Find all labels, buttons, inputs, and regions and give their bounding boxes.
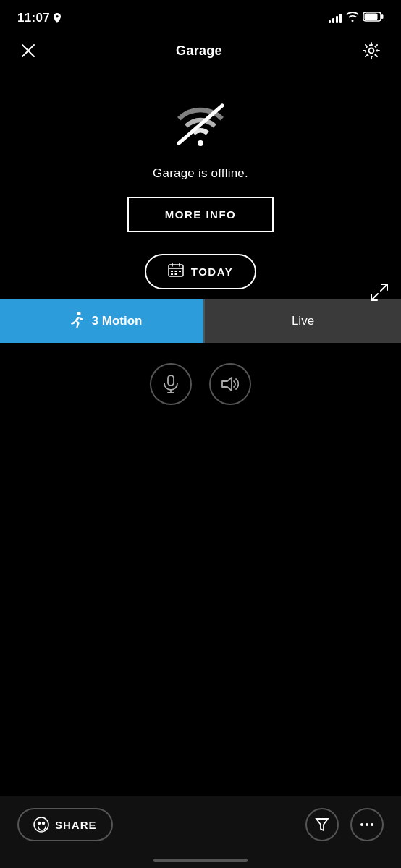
status-time: 11:07 bbox=[17, 11, 62, 25]
svg-line-7 bbox=[381, 284, 387, 291]
share-label: SHARE bbox=[55, 819, 97, 831]
calendar-icon bbox=[168, 263, 184, 281]
filter-icon bbox=[315, 817, 329, 832]
svg-line-8 bbox=[371, 294, 378, 300]
svg-rect-13 bbox=[171, 271, 173, 272]
svg-point-28 bbox=[366, 823, 368, 826]
bottom-right-icons bbox=[305, 808, 384, 841]
svg-point-23 bbox=[34, 817, 48, 832]
battery-icon bbox=[363, 12, 384, 25]
svg-rect-16 bbox=[171, 273, 173, 275]
wifi-icon bbox=[346, 12, 359, 25]
svg-marker-26 bbox=[316, 819, 328, 830]
bottom-bar: SHARE bbox=[0, 796, 401, 868]
home-indicator bbox=[153, 859, 248, 862]
svg-rect-1 bbox=[381, 14, 384, 19]
svg-point-25 bbox=[43, 822, 45, 825]
more-button[interactable] bbox=[350, 808, 384, 841]
more-info-button[interactable]: MORE INFO bbox=[127, 197, 274, 232]
svg-point-5 bbox=[369, 48, 374, 54]
settings-button[interactable] bbox=[359, 38, 384, 63]
signal-icon bbox=[329, 13, 342, 23]
offline-section: Garage is offline. MORE INFO bbox=[0, 69, 401, 247]
svg-rect-14 bbox=[174, 271, 177, 272]
more-icon bbox=[360, 822, 374, 827]
tabs-section: 3 Motion Live bbox=[0, 299, 401, 343]
share-button[interactable]: SHARE bbox=[17, 808, 113, 841]
wifi-off-icon bbox=[172, 98, 229, 153]
page-title: Garage bbox=[176, 43, 222, 59]
close-button[interactable] bbox=[17, 40, 39, 61]
today-label: TODAY bbox=[191, 265, 233, 278]
share-face-icon bbox=[33, 817, 49, 833]
svg-rect-2 bbox=[365, 14, 378, 20]
tab-live-label: Live bbox=[292, 314, 314, 328]
svg-marker-22 bbox=[222, 378, 232, 391]
tab-motion[interactable]: 3 Motion bbox=[0, 299, 203, 343]
svg-rect-17 bbox=[174, 273, 177, 275]
svg-point-18 bbox=[77, 312, 80, 315]
filter-button[interactable] bbox=[305, 808, 339, 841]
expand-icon[interactable] bbox=[369, 282, 389, 305]
motion-tab-icon bbox=[69, 311, 85, 331]
speaker-icon bbox=[221, 376, 239, 392]
tab-live[interactable]: Live bbox=[205, 299, 401, 343]
svg-rect-15 bbox=[179, 271, 181, 272]
status-bar: 11:07 bbox=[0, 0, 401, 32]
speaker-button[interactable] bbox=[209, 363, 251, 405]
microphone-button[interactable] bbox=[150, 363, 192, 405]
svg-rect-19 bbox=[168, 375, 174, 386]
svg-point-29 bbox=[371, 823, 373, 826]
location-icon bbox=[53, 13, 62, 23]
offline-message: Garage is offline. bbox=[153, 166, 248, 181]
today-section: TODAY bbox=[0, 254, 401, 289]
today-button[interactable]: TODAY bbox=[145, 254, 256, 289]
header: Garage bbox=[0, 32, 401, 69]
mic-icon bbox=[163, 375, 179, 393]
svg-point-24 bbox=[38, 822, 41, 825]
svg-point-27 bbox=[360, 823, 363, 826]
tab-motion-label: 3 Motion bbox=[92, 314, 143, 328]
media-controls bbox=[0, 363, 401, 405]
status-icons bbox=[329, 12, 384, 25]
